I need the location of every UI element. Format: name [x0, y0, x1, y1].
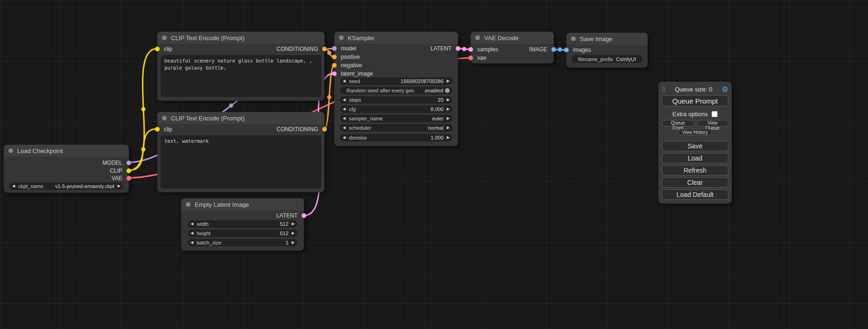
node-title-bar[interactable]: VAE Decode: [471, 32, 554, 44]
drag-handle-icon[interactable]: ⣿: [662, 86, 665, 92]
slot-label: LATENT: [276, 212, 297, 219]
collapse-dot-icon[interactable]: [339, 35, 344, 40]
increment-arrow-icon[interactable]: ▶: [292, 241, 295, 245]
node-vae-decode[interactable]: VAE Decode samples IMAGE vae: [471, 32, 554, 63]
sampler-name-widget[interactable]: ◀ sampler_name euler ▶: [340, 115, 452, 122]
widget-value: ComfyUI: [616, 56, 636, 62]
widget-label: seed: [349, 78, 360, 84]
extra-options-checkbox[interactable]: [712, 111, 718, 117]
widget-label: denoise: [349, 135, 367, 140]
node-clip-text-encode-positive[interactable]: CLIP Text Encode (Prompt) clip CONDITION…: [157, 32, 325, 101]
prompt-textarea[interactable]: text, watermark: [161, 135, 321, 189]
steps-widget[interactable]: ◀ steps 20 ▶: [340, 96, 452, 104]
collapse-dot-icon[interactable]: [186, 202, 191, 207]
decrement-arrow-icon[interactable]: ◀: [343, 136, 346, 140]
output-slot-image: IMAGE: [471, 45, 554, 53]
input-slot-latent-image: latent_image: [334, 70, 458, 77]
conditioning-slot-dot[interactable]: [322, 47, 327, 51]
latent-slot-dot[interactable]: [332, 71, 337, 76]
increment-arrow-icon[interactable]: ▶: [447, 107, 450, 111]
width-widget[interactable]: ◀ width 512 ▶: [188, 220, 297, 228]
save-button[interactable]: Save: [662, 141, 728, 151]
increment-arrow-icon[interactable]: ▶: [292, 222, 295, 226]
cfg-widget[interactable]: ◀ cfg 8.000 ▶: [340, 105, 452, 113]
decrement-arrow-icon[interactable]: ◀: [343, 117, 346, 120]
toggle-dot-icon[interactable]: [445, 88, 450, 93]
decrement-arrow-icon[interactable]: ◀: [343, 79, 346, 83]
model-slot-dot[interactable]: [127, 161, 131, 165]
node-title-bar[interactable]: Save Image: [566, 33, 648, 45]
output-slot-clip: CLIP: [4, 167, 129, 175]
load-default-button[interactable]: Load Default: [662, 189, 728, 200]
node-title-bar[interactable]: Empty Latent Image: [181, 198, 304, 210]
view-queue-button[interactable]: View Queue: [697, 120, 728, 126]
image-slot-dot[interactable]: [551, 47, 556, 52]
decrement-arrow-icon[interactable]: ◀: [191, 241, 193, 245]
wire-clip-negative: [129, 129, 157, 170]
conditioning-slot-dot[interactable]: [332, 55, 337, 59]
decrement-arrow-icon[interactable]: ◀: [191, 231, 193, 235]
node-clip-text-encode-negative[interactable]: CLIP Text Encode (Prompt) clip CONDITION…: [157, 112, 325, 192]
decrement-arrow-icon[interactable]: ◀: [343, 98, 346, 102]
latent-slot-dot[interactable]: [302, 213, 306, 218]
decrement-arrow-icon[interactable]: ◀: [343, 107, 346, 111]
widget-label: Random seed after every gen: [346, 88, 414, 93]
node-load-checkpoint[interactable]: Load Checkpoint MODEL CLIP VAE ◀ ckpt_na…: [4, 145, 129, 193]
queue-front-button[interactable]: Queue Front: [662, 120, 694, 126]
node-ksampler[interactable]: KSampler model LATENT positive negative …: [334, 32, 458, 146]
widget-value: 512: [280, 231, 288, 236]
node-title-bar[interactable]: CLIP Text Encode (Prompt): [157, 32, 325, 44]
slot-label: CLIP: [110, 168, 122, 174]
view-history-button[interactable]: View History: [678, 129, 712, 135]
batch-size-widget[interactable]: ◀ batch_size 1 ▶: [188, 239, 297, 246]
filename-prefix-widget[interactable]: filename_prefix ComfyUI: [572, 55, 642, 63]
widget-label: cfg: [349, 106, 356, 112]
latent-slot-dot[interactable]: [456, 46, 460, 51]
node-save-image[interactable]: Save Image images filename_prefix ComfyU…: [566, 33, 648, 68]
widget-value: 156680208700286: [401, 78, 444, 84]
decrement-arrow-icon[interactable]: ◀: [12, 184, 15, 188]
load-button[interactable]: Load: [662, 153, 728, 163]
increment-arrow-icon[interactable]: ▶: [447, 126, 450, 130]
vae-slot-dot[interactable]: [127, 176, 131, 181]
output-slot-conditioning: CONDITIONING: [157, 125, 325, 133]
refresh-button[interactable]: Refresh: [662, 165, 728, 175]
node-title-bar[interactable]: KSampler: [334, 32, 458, 44]
settings-gear-icon[interactable]: ⚙: [722, 85, 728, 94]
collapse-dot-icon[interactable]: [571, 36, 576, 41]
increment-arrow-icon[interactable]: ▶: [447, 117, 450, 120]
denoise-widget[interactable]: ◀ denoise 1.000 ▶: [340, 134, 452, 141]
increment-arrow-icon[interactable]: ▶: [292, 231, 295, 235]
input-slot-positive: positive: [334, 53, 458, 61]
conditioning-slot-dot[interactable]: [332, 63, 337, 68]
decrement-arrow-icon[interactable]: ◀: [191, 222, 193, 226]
increment-arrow-icon[interactable]: ▶: [118, 184, 120, 188]
clear-button[interactable]: Clear: [662, 177, 728, 188]
scheduler-widget[interactable]: ◀ scheduler normal ▶: [340, 124, 452, 132]
slot-label: MODEL: [102, 160, 122, 166]
ckpt-name-widget[interactable]: ◀ ckpt_name v1-5-pruned-emaonly.ckpt ▶: [9, 182, 123, 190]
queue-prompt-button[interactable]: Queue Prompt: [662, 95, 728, 106]
widget-value: 8.000: [430, 106, 444, 112]
decrement-arrow-icon[interactable]: ◀: [343, 126, 346, 130]
prompt-textarea[interactable]: beautiful scenery nature glass bottle la…: [161, 55, 321, 97]
collapse-dot-icon[interactable]: [8, 148, 13, 153]
collapse-dot-icon[interactable]: [475, 35, 480, 40]
vae-slot-dot[interactable]: [468, 56, 473, 60]
increment-arrow-icon[interactable]: ▶: [447, 79, 450, 83]
wire-dot-image: [558, 48, 562, 52]
node-empty-latent-image[interactable]: Empty Latent Image LATENT ◀ width 512 ▶ …: [181, 198, 304, 251]
seed-widget[interactable]: ◀ seed 156680208700286 ▶: [340, 77, 452, 85]
node-title-bar[interactable]: CLIP Text Encode (Prompt): [157, 112, 325, 124]
wire-dot-clip-positive: [141, 107, 146, 112]
collapse-dot-icon[interactable]: [162, 116, 167, 120]
collapse-dot-icon[interactable]: [162, 35, 167, 40]
conditioning-slot-dot[interactable]: [322, 127, 327, 132]
clip-slot-dot[interactable]: [127, 168, 131, 173]
increment-arrow-icon[interactable]: ▶: [447, 98, 450, 102]
height-widget[interactable]: ◀ height 512 ▶: [188, 230, 297, 237]
control-after-generate-widget[interactable]: Random seed after every gen enabled: [340, 87, 452, 94]
increment-arrow-icon[interactable]: ▶: [447, 136, 450, 140]
node-title-bar[interactable]: Load Checkpoint: [4, 145, 129, 157]
image-slot-dot[interactable]: [564, 48, 569, 52]
